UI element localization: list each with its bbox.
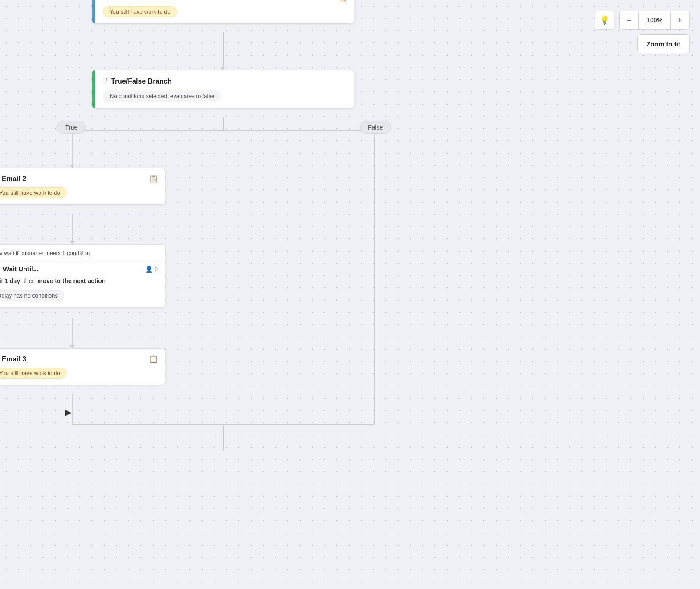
toolbar-controls-row: 💡 − 100% +	[595, 11, 690, 30]
email-1-tag: You still have work to do	[103, 6, 177, 17]
email-1-node[interactable]: ✉ Email 1 📋 You still have work to do	[92, 0, 354, 24]
arrow-email1-branch	[220, 67, 225, 70]
email-3-badge: 📋	[149, 355, 158, 363]
branch-header: ⑂ True/False Branch	[92, 70, 354, 90]
wait-count-value: 0	[154, 266, 158, 273]
zoom-to-fit-button[interactable]: Zoom to fit	[637, 34, 690, 53]
toolbar: 💡 − 100% + Zoom to fit	[595, 11, 690, 53]
email-1-left-bar	[92, 0, 94, 23]
connector-false-down	[374, 142, 375, 424]
workflow-canvas: 💡 − 100% + Zoom to fit ✉ Email 1 📋 You s…	[0, 0, 700, 589]
person-icon: 👤	[145, 266, 153, 273]
wait-condition-text: Only wait if customer meets	[0, 250, 61, 256]
email-3-tag: You still have work to do	[0, 368, 67, 379]
wait-header: 🤚 Wait Until... 👤 0	[0, 265, 158, 273]
wait-condition: Only wait if customer meets 1 condition	[0, 245, 165, 260]
wait-condition-link[interactable]: 1 condition	[62, 250, 90, 256]
connector-email1-branch	[223, 32, 224, 70]
arrow-true-email2	[70, 165, 75, 168]
connector-bottom-merge	[223, 424, 224, 451]
branch-subtitle: No conditions selected: evaluates to fal…	[103, 90, 221, 102]
zoom-value-display: 100%	[639, 11, 670, 30]
wait-node[interactable]: Only wait if customer meets 1 condition …	[0, 244, 165, 308]
connector-true-email2	[72, 142, 73, 168]
zoom-in-button[interactable]: +	[670, 11, 690, 30]
lightbulb-button[interactable]: 💡	[595, 11, 614, 30]
connector-branch-split	[223, 117, 224, 130]
email-2-title: Email 2	[2, 175, 146, 183]
email-2-node[interactable]: ✉ Email 2 📋 You still have work to do	[0, 168, 165, 205]
wait-delay-tag: Delay has no conditions	[0, 290, 64, 301]
connector-email2-wait	[72, 214, 73, 244]
zoom-out-button[interactable]: −	[620, 11, 639, 30]
branch-title: True/False Branch	[111, 77, 172, 85]
branch-node[interactable]: ⑂ True/False Branch No conditions select…	[92, 70, 354, 109]
wait-title: Wait Until...	[3, 265, 38, 273]
connector-email3-bottom	[72, 394, 73, 424]
email-1-icon: ✉	[103, 0, 108, 2]
wait-action-bold: move to the next action	[37, 277, 105, 284]
wait-count: 👤 0	[145, 266, 158, 273]
false-label: False	[360, 121, 391, 134]
wait-description: Wait 1 day, then move to the next action	[0, 277, 158, 286]
email-1-badge: 📋	[338, 0, 347, 2]
arrow-email2-wait	[70, 241, 75, 244]
connector-h-branch	[72, 130, 374, 131]
connector-wait-email3	[72, 318, 73, 348]
arrow-wait-email3	[70, 345, 75, 348]
true-label: True	[57, 121, 86, 134]
email-2-badge: 📋	[149, 175, 158, 183]
flow-content: ✉ Email 1 📋 You still have work to do ⑂ …	[0, 0, 700, 589]
wait-title-row: 🤚 Wait Until...	[0, 265, 38, 273]
branch-left-bar	[92, 70, 94, 108]
email-3-header: ✉ Email 3 📋	[0, 349, 165, 368]
wait-inner: 🤚 Wait Until... 👤 0 Wait 1 day, then mov…	[0, 260, 165, 307]
email-2-tag: You still have work to do	[0, 187, 67, 198]
email-1-title: Email 1	[112, 0, 335, 2]
email-1-header: ✉ Email 1 📋	[92, 0, 354, 6]
cursor-indicator: ▶	[65, 407, 71, 417]
branch-icon: ⑂	[103, 77, 108, 86]
wait-day-bold: 1 day	[4, 277, 20, 284]
email-3-node[interactable]: ✉ Email 3 📋 You still have work to do	[0, 348, 165, 385]
email-3-title: Email 3	[2, 355, 146, 363]
email-2-header: ✉ Email 2 📋	[0, 168, 165, 187]
